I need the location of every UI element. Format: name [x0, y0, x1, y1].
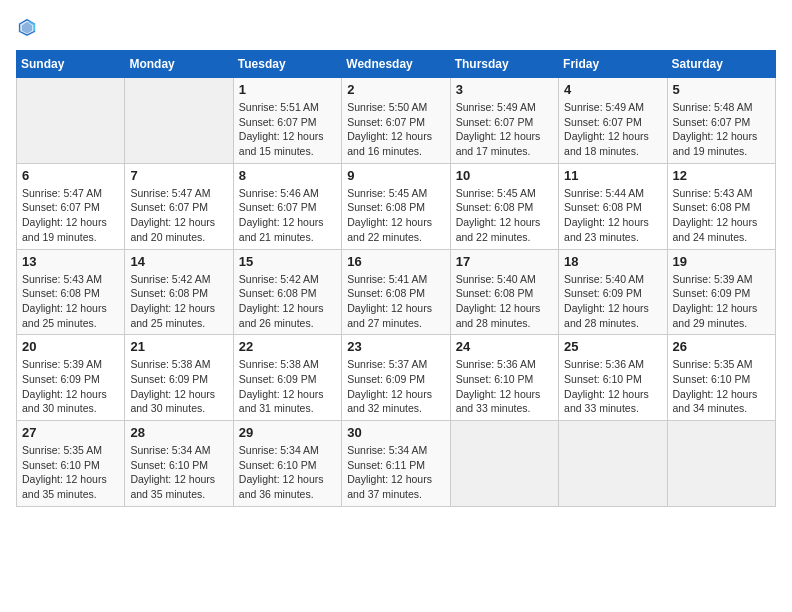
calendar-cell: 19Sunrise: 5:39 AMSunset: 6:09 PMDayligh…	[667, 249, 775, 335]
day-number: 23	[347, 339, 444, 354]
cell-details: Sunrise: 5:35 AMSunset: 6:10 PMDaylight:…	[673, 357, 770, 416]
weekday-header: Sunday	[17, 51, 125, 78]
cell-details: Sunrise: 5:39 AMSunset: 6:09 PMDaylight:…	[22, 357, 119, 416]
calendar-cell: 3Sunrise: 5:49 AMSunset: 6:07 PMDaylight…	[450, 78, 558, 164]
calendar-cell: 12Sunrise: 5:43 AMSunset: 6:08 PMDayligh…	[667, 163, 775, 249]
day-number: 4	[564, 82, 661, 97]
calendar-cell: 17Sunrise: 5:40 AMSunset: 6:08 PMDayligh…	[450, 249, 558, 335]
day-number: 6	[22, 168, 119, 183]
day-number: 29	[239, 425, 336, 440]
weekday-header: Monday	[125, 51, 233, 78]
cell-details: Sunrise: 5:48 AMSunset: 6:07 PMDaylight:…	[673, 100, 770, 159]
cell-details: Sunrise: 5:45 AMSunset: 6:08 PMDaylight:…	[456, 186, 553, 245]
day-number: 12	[673, 168, 770, 183]
calendar-cell: 14Sunrise: 5:42 AMSunset: 6:08 PMDayligh…	[125, 249, 233, 335]
calendar-week-row: 20Sunrise: 5:39 AMSunset: 6:09 PMDayligh…	[17, 335, 776, 421]
calendar-cell: 9Sunrise: 5:45 AMSunset: 6:08 PMDaylight…	[342, 163, 450, 249]
calendar-cell: 4Sunrise: 5:49 AMSunset: 6:07 PMDaylight…	[559, 78, 667, 164]
calendar-week-row: 27Sunrise: 5:35 AMSunset: 6:10 PMDayligh…	[17, 421, 776, 507]
logo	[16, 16, 42, 38]
calendar-cell: 6Sunrise: 5:47 AMSunset: 6:07 PMDaylight…	[17, 163, 125, 249]
calendar-cell: 26Sunrise: 5:35 AMSunset: 6:10 PMDayligh…	[667, 335, 775, 421]
cell-details: Sunrise: 5:49 AMSunset: 6:07 PMDaylight:…	[456, 100, 553, 159]
calendar-cell: 29Sunrise: 5:34 AMSunset: 6:10 PMDayligh…	[233, 421, 341, 507]
calendar-cell	[450, 421, 558, 507]
calendar-cell	[667, 421, 775, 507]
day-number: 24	[456, 339, 553, 354]
weekday-header: Tuesday	[233, 51, 341, 78]
cell-details: Sunrise: 5:47 AMSunset: 6:07 PMDaylight:…	[130, 186, 227, 245]
day-number: 26	[673, 339, 770, 354]
cell-details: Sunrise: 5:43 AMSunset: 6:08 PMDaylight:…	[22, 272, 119, 331]
cell-details: Sunrise: 5:38 AMSunset: 6:09 PMDaylight:…	[130, 357, 227, 416]
day-number: 28	[130, 425, 227, 440]
calendar-cell: 8Sunrise: 5:46 AMSunset: 6:07 PMDaylight…	[233, 163, 341, 249]
calendar-cell: 11Sunrise: 5:44 AMSunset: 6:08 PMDayligh…	[559, 163, 667, 249]
day-number: 13	[22, 254, 119, 269]
cell-details: Sunrise: 5:42 AMSunset: 6:08 PMDaylight:…	[130, 272, 227, 331]
cell-details: Sunrise: 5:37 AMSunset: 6:09 PMDaylight:…	[347, 357, 444, 416]
cell-details: Sunrise: 5:38 AMSunset: 6:09 PMDaylight:…	[239, 357, 336, 416]
calendar-cell	[559, 421, 667, 507]
calendar-week-row: 6Sunrise: 5:47 AMSunset: 6:07 PMDaylight…	[17, 163, 776, 249]
day-number: 14	[130, 254, 227, 269]
day-number: 7	[130, 168, 227, 183]
day-number: 16	[347, 254, 444, 269]
calendar-cell: 24Sunrise: 5:36 AMSunset: 6:10 PMDayligh…	[450, 335, 558, 421]
cell-details: Sunrise: 5:45 AMSunset: 6:08 PMDaylight:…	[347, 186, 444, 245]
calendar-cell: 22Sunrise: 5:38 AMSunset: 6:09 PMDayligh…	[233, 335, 341, 421]
day-number: 19	[673, 254, 770, 269]
day-number: 9	[347, 168, 444, 183]
calendar-cell: 15Sunrise: 5:42 AMSunset: 6:08 PMDayligh…	[233, 249, 341, 335]
cell-details: Sunrise: 5:39 AMSunset: 6:09 PMDaylight:…	[673, 272, 770, 331]
calendar-cell: 21Sunrise: 5:38 AMSunset: 6:09 PMDayligh…	[125, 335, 233, 421]
calendar-cell: 13Sunrise: 5:43 AMSunset: 6:08 PMDayligh…	[17, 249, 125, 335]
day-number: 1	[239, 82, 336, 97]
calendar-cell: 18Sunrise: 5:40 AMSunset: 6:09 PMDayligh…	[559, 249, 667, 335]
calendar-cell: 28Sunrise: 5:34 AMSunset: 6:10 PMDayligh…	[125, 421, 233, 507]
calendar-cell: 23Sunrise: 5:37 AMSunset: 6:09 PMDayligh…	[342, 335, 450, 421]
day-number: 11	[564, 168, 661, 183]
day-number: 2	[347, 82, 444, 97]
day-number: 21	[130, 339, 227, 354]
cell-details: Sunrise: 5:34 AMSunset: 6:10 PMDaylight:…	[239, 443, 336, 502]
cell-details: Sunrise: 5:40 AMSunset: 6:08 PMDaylight:…	[456, 272, 553, 331]
cell-details: Sunrise: 5:35 AMSunset: 6:10 PMDaylight:…	[22, 443, 119, 502]
day-number: 20	[22, 339, 119, 354]
day-number: 5	[673, 82, 770, 97]
day-number: 8	[239, 168, 336, 183]
weekday-header: Saturday	[667, 51, 775, 78]
cell-details: Sunrise: 5:34 AMSunset: 6:10 PMDaylight:…	[130, 443, 227, 502]
day-number: 27	[22, 425, 119, 440]
calendar-cell: 20Sunrise: 5:39 AMSunset: 6:09 PMDayligh…	[17, 335, 125, 421]
weekday-header: Wednesday	[342, 51, 450, 78]
cell-details: Sunrise: 5:44 AMSunset: 6:08 PMDaylight:…	[564, 186, 661, 245]
page-header	[16, 16, 776, 38]
cell-details: Sunrise: 5:50 AMSunset: 6:07 PMDaylight:…	[347, 100, 444, 159]
day-number: 17	[456, 254, 553, 269]
calendar-cell: 30Sunrise: 5:34 AMSunset: 6:11 PMDayligh…	[342, 421, 450, 507]
calendar-cell	[125, 78, 233, 164]
day-number: 22	[239, 339, 336, 354]
calendar-week-row: 13Sunrise: 5:43 AMSunset: 6:08 PMDayligh…	[17, 249, 776, 335]
day-number: 25	[564, 339, 661, 354]
calendar-cell: 7Sunrise: 5:47 AMSunset: 6:07 PMDaylight…	[125, 163, 233, 249]
calendar-cell: 10Sunrise: 5:45 AMSunset: 6:08 PMDayligh…	[450, 163, 558, 249]
calendar-cell: 16Sunrise: 5:41 AMSunset: 6:08 PMDayligh…	[342, 249, 450, 335]
day-number: 10	[456, 168, 553, 183]
weekday-header-row: SundayMondayTuesdayWednesdayThursdayFrid…	[17, 51, 776, 78]
calendar-cell: 25Sunrise: 5:36 AMSunset: 6:10 PMDayligh…	[559, 335, 667, 421]
cell-details: Sunrise: 5:47 AMSunset: 6:07 PMDaylight:…	[22, 186, 119, 245]
calendar-cell: 27Sunrise: 5:35 AMSunset: 6:10 PMDayligh…	[17, 421, 125, 507]
day-number: 18	[564, 254, 661, 269]
weekday-header: Thursday	[450, 51, 558, 78]
cell-details: Sunrise: 5:34 AMSunset: 6:11 PMDaylight:…	[347, 443, 444, 502]
cell-details: Sunrise: 5:49 AMSunset: 6:07 PMDaylight:…	[564, 100, 661, 159]
weekday-header: Friday	[559, 51, 667, 78]
calendar-cell: 2Sunrise: 5:50 AMSunset: 6:07 PMDaylight…	[342, 78, 450, 164]
cell-details: Sunrise: 5:43 AMSunset: 6:08 PMDaylight:…	[673, 186, 770, 245]
calendar-table: SundayMondayTuesdayWednesdayThursdayFrid…	[16, 50, 776, 507]
day-number: 30	[347, 425, 444, 440]
calendar-cell: 5Sunrise: 5:48 AMSunset: 6:07 PMDaylight…	[667, 78, 775, 164]
calendar-cell: 1Sunrise: 5:51 AMSunset: 6:07 PMDaylight…	[233, 78, 341, 164]
